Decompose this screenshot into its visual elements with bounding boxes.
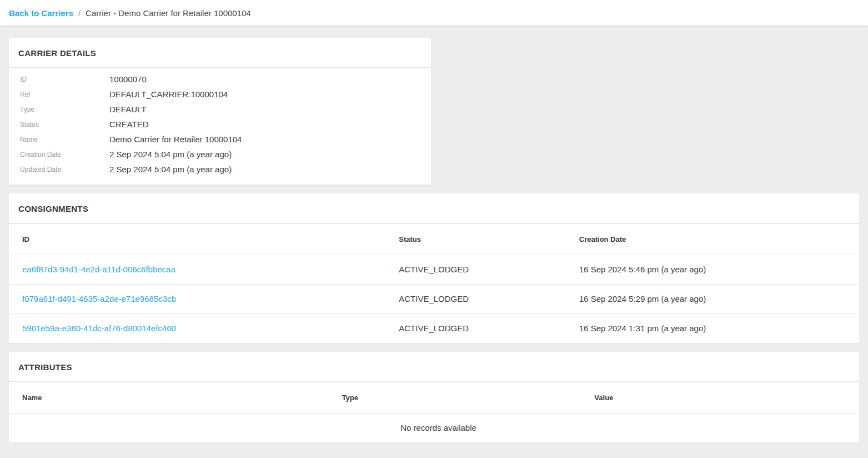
consignment-creation-date: 16 Sep 2024 5:46 pm (a year ago) <box>566 255 859 284</box>
consignment-link[interactable]: 5901e59a-e360-41dc-af76-d80014efc460 <box>22 323 176 333</box>
column-header-status: Status <box>385 224 566 255</box>
consignments-card: CONSIGNMENTS ID Status Creation Date ea6… <box>9 193 859 343</box>
consignments-table: ID Status Creation Date ea6f87d3-94d1-4e… <box>9 224 859 343</box>
no-records-message: No records available <box>9 413 859 442</box>
field-row-type: Type DEFAULT <box>9 102 431 117</box>
consignment-creation-date: 16 Sep 2024 1:31 pm (a year ago) <box>566 313 859 343</box>
empty-row: No records available <box>9 413 859 442</box>
attributes-header-row: Name Type Value <box>9 382 859 413</box>
attributes-card: ATTRIBUTES Name Type Value No records av… <box>9 352 859 442</box>
field-value: 10000070 <box>109 74 147 84</box>
field-value: Demo Carrier for Retailer 10000104 <box>109 135 242 144</box>
field-value: DEFAULT <box>109 104 146 114</box>
table-row: f079a61f-d491-4635-a2de-e71e9685c3cb ACT… <box>9 284 859 313</box>
page-content: CARRIER DETAILS ID 10000070 Ref DEFAULT_… <box>0 26 868 442</box>
column-header-type: Type <box>329 382 581 413</box>
consignment-link[interactable]: ea6f87d3-94d1-4e2d-a11d-006c6fbbecaa <box>22 265 175 274</box>
consignments-header-row: ID Status Creation Date <box>9 224 859 255</box>
field-label: Type <box>9 106 109 113</box>
consignment-status: ACTIVE_LODGED <box>385 255 566 284</box>
consignment-status: ACTIVE_LODGED <box>385 313 566 343</box>
field-value: 2 Sep 2024 5:04 pm (a year ago) <box>109 165 232 174</box>
field-row-updated-date: Updated Date 2 Sep 2024 5:04 pm (a year … <box>9 162 431 177</box>
column-header-value: Value <box>581 382 859 413</box>
consignments-title: CONSIGNMENTS <box>9 193 859 224</box>
carrier-details-card: CARRIER DETAILS ID 10000070 Ref DEFAULT_… <box>9 38 431 185</box>
carrier-details-title: CARRIER DETAILS <box>9 38 431 68</box>
field-label: Status <box>9 121 109 128</box>
field-row-creation-date: Creation Date 2 Sep 2024 5:04 pm (a year… <box>9 147 431 162</box>
field-label: Name <box>9 136 109 143</box>
table-row: ea6f87d3-94d1-4e2d-a11d-006c6fbbecaa ACT… <box>9 255 859 284</box>
field-label: Updated Date <box>9 166 109 173</box>
field-row-ref: Ref DEFAULT_CARRIER:10000104 <box>9 87 431 102</box>
carrier-details-fields: ID 10000070 Ref DEFAULT_CARRIER:10000104… <box>9 68 431 185</box>
field-row-name: Name Demo Carrier for Retailer 10000104 <box>9 132 431 147</box>
column-header-creation-date: Creation Date <box>566 224 859 255</box>
attributes-title: ATTRIBUTES <box>9 352 859 382</box>
column-header-name: Name <box>9 382 329 413</box>
field-row-id: ID 10000070 <box>9 72 431 87</box>
breadcrumb-separator: / <box>78 8 81 18</box>
consignment-link[interactable]: f079a61f-d491-4635-a2de-e71e9685c3cb <box>22 294 176 303</box>
field-label: Ref <box>9 91 109 98</box>
breadcrumb-back-link[interactable]: Back to Carriers <box>9 8 73 18</box>
field-label: Creation Date <box>9 151 109 158</box>
field-value: 2 Sep 2024 5:04 pm (a year ago) <box>109 150 232 159</box>
table-row: 5901e59a-e360-41dc-af76-d80014efc460 ACT… <box>9 313 859 343</box>
field-value: CREATED <box>109 120 149 129</box>
column-header-id: ID <box>9 224 385 255</box>
attributes-table: Name Type Value No records available <box>9 382 859 442</box>
consignment-creation-date: 16 Sep 2024 5:29 pm (a year ago) <box>566 284 859 313</box>
page-title: Carrier - Demo Carrier for Retailer 1000… <box>86 8 251 18</box>
field-value: DEFAULT_CARRIER:10000104 <box>109 89 228 99</box>
breadcrumb: Back to Carriers / Carrier - Demo Carrie… <box>9 8 251 18</box>
field-label: ID <box>9 76 109 83</box>
consignment-status: ACTIVE_LODGED <box>385 284 566 313</box>
top-bar: Back to Carriers / Carrier - Demo Carrie… <box>0 0 868 26</box>
field-row-status: Status CREATED <box>9 117 431 132</box>
